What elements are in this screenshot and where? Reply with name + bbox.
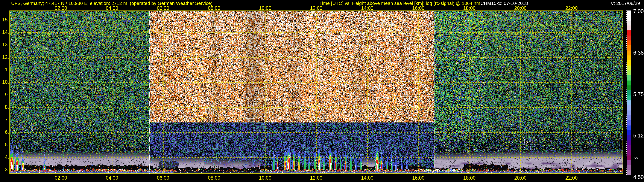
colorbar-step bbox=[627, 150, 631, 155]
height-tick-label: 15. bbox=[0, 17, 9, 23]
colorbar-tick-marks bbox=[626, 10, 626, 175]
height-tick-label: 10. bbox=[0, 79, 9, 85]
colorbar-step bbox=[627, 90, 631, 95]
height-tick-label: 9. bbox=[0, 92, 9, 98]
plot-title: Time [UTC] vs. Height above mean sea lev… bbox=[320, 1, 480, 6]
sunset-dashed-line bbox=[434, 11, 434, 174]
height-tick-label: 7. bbox=[0, 117, 9, 123]
colorbar-step bbox=[627, 145, 631, 150]
colorbar-step bbox=[627, 30, 631, 35]
colorbar-tick-label: 6.38 bbox=[633, 50, 644, 56]
colorbar-step bbox=[627, 75, 631, 80]
height-tick-label: 6. bbox=[0, 129, 9, 135]
time-tick-label-bottom: 10:00 bbox=[256, 175, 275, 181]
height-tick-label: 8. bbox=[0, 104, 9, 110]
height-tick-label: 5. bbox=[0, 142, 9, 148]
colorbar-step bbox=[627, 10, 631, 15]
time-tick-label-top: 10:00 bbox=[256, 5, 275, 11]
ceilometer-quicklook-screen: UFS, Germany; 47.417 N / 10.980 E; eleva… bbox=[0, 0, 644, 182]
colorbar-step bbox=[627, 81, 631, 86]
colorbar-step bbox=[627, 156, 631, 160]
time-tick-label-top: 04:00 bbox=[102, 5, 122, 11]
colorbar-step bbox=[627, 15, 631, 20]
colorbar-step bbox=[627, 130, 631, 135]
time-tick-label-bottom: 04:00 bbox=[102, 175, 122, 181]
colorbar-step bbox=[627, 120, 631, 125]
time-tick-label-top: 16:00 bbox=[409, 5, 428, 11]
height-tick-label: 11. bbox=[0, 67, 9, 73]
time-tick-label-top: 12:00 bbox=[306, 5, 326, 11]
time-tick-label-top: 22:00 bbox=[562, 5, 581, 11]
time-tick-label-bottom: 22:00 bbox=[562, 175, 581, 181]
colorbar-step bbox=[627, 36, 631, 40]
colorbar-step bbox=[627, 25, 631, 30]
colorbar-step bbox=[627, 160, 631, 165]
height-tick-label: 13. bbox=[0, 42, 9, 48]
time-tick-label-bottom: 06:00 bbox=[154, 175, 173, 181]
colorbar bbox=[627, 10, 631, 175]
colorbar-tick-label: 5.75 bbox=[633, 91, 644, 97]
colorbar-tick-label: 4.50 bbox=[633, 174, 644, 180]
colorbar-step bbox=[627, 110, 631, 115]
time-tick-label-bottom: 14:00 bbox=[358, 175, 377, 181]
colorbar-step bbox=[627, 100, 631, 105]
colorbar-step bbox=[627, 51, 631, 55]
time-tick-label-top: 02:00 bbox=[51, 5, 71, 11]
time-tick-label-bottom: 08:00 bbox=[204, 175, 224, 181]
sunrise-dashed-line bbox=[150, 11, 150, 174]
colorbar-step bbox=[627, 125, 631, 130]
colorbar-note: eq bbox=[634, 156, 638, 160]
colorbar-step bbox=[627, 171, 631, 175]
height-tick-label: 12. bbox=[0, 54, 9, 60]
colorbar-step bbox=[627, 66, 631, 71]
colorbar-step bbox=[627, 105, 631, 110]
colorbar-tick-label: 7.00 bbox=[633, 8, 644, 14]
colorbar-step bbox=[627, 115, 631, 120]
version-label: V: 2017/08/29 bbox=[611, 1, 640, 6]
backscatter-heatmap-canvas[interactable] bbox=[0, 0, 644, 182]
time-tick-label-bottom: 02:00 bbox=[51, 175, 71, 181]
colorbar-step bbox=[627, 135, 631, 140]
colorbar-step bbox=[627, 71, 631, 75]
height-tick-label: 3. bbox=[0, 167, 9, 173]
colorbar-step bbox=[627, 60, 631, 65]
colorbar-step bbox=[627, 165, 631, 170]
time-tick-label-top: 08:00 bbox=[204, 5, 224, 11]
colorbar-step bbox=[627, 55, 631, 60]
colorbar-tick-label: 5.12 bbox=[633, 133, 644, 139]
time-tick-label-bottom: 20:00 bbox=[511, 175, 530, 181]
colorbar-step bbox=[627, 40, 631, 45]
time-tick-label-bottom: 16:00 bbox=[409, 175, 428, 181]
time-tick-label-top: 20:00 bbox=[511, 5, 530, 11]
time-tick-label-top: 14:00 bbox=[358, 5, 377, 11]
time-tick-label-top: 06:00 bbox=[154, 5, 173, 11]
colorbar-step bbox=[627, 140, 631, 145]
colorbar-step bbox=[627, 20, 631, 25]
time-tick-label-top: 18:00 bbox=[460, 5, 479, 11]
height-tick-label: 14. bbox=[0, 29, 9, 35]
colorbar-step bbox=[627, 95, 631, 100]
height-tick-label: 4. bbox=[0, 154, 9, 160]
time-tick-label-bottom: 12:00 bbox=[306, 175, 326, 181]
time-tick-label-bottom: 18:00 bbox=[460, 175, 479, 181]
colorbar-step bbox=[627, 86, 631, 90]
colorbar-step bbox=[627, 45, 631, 50]
